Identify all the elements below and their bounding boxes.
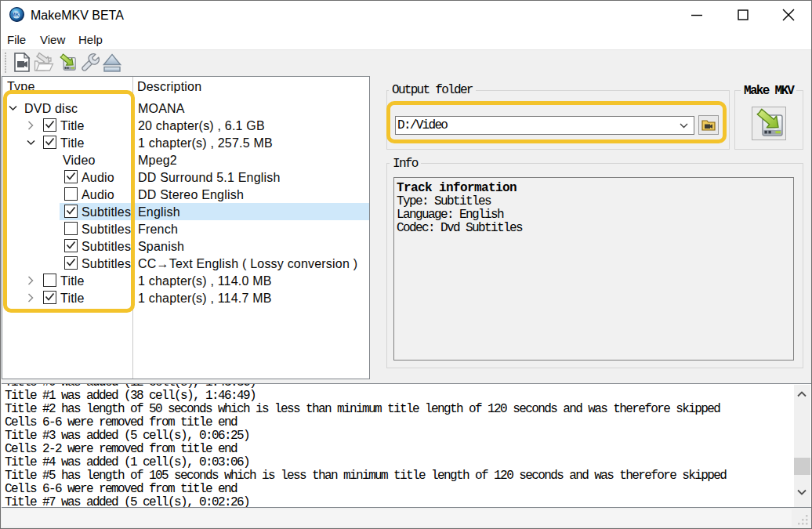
svg-text:MKV: MKV (11, 12, 23, 17)
